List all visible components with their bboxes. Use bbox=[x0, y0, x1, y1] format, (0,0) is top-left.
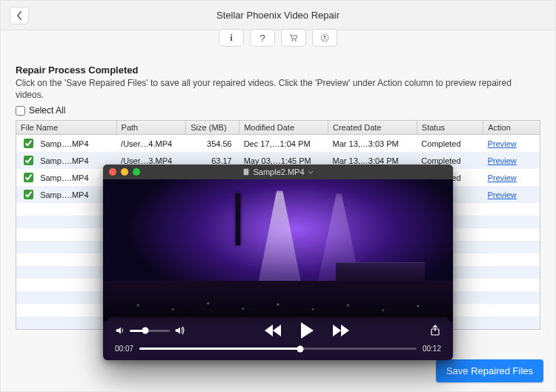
col-modified[interactable]: Modified Date bbox=[239, 121, 328, 135]
cell-path: /User…4.MP4 bbox=[116, 135, 186, 153]
select-all-checkbox[interactable] bbox=[16, 106, 25, 116]
col-status[interactable]: Status bbox=[417, 121, 483, 135]
volume-control[interactable] bbox=[115, 325, 185, 336]
forward-button[interactable] bbox=[331, 324, 349, 337]
row-checkbox[interactable] bbox=[24, 190, 33, 199]
row-checkbox[interactable] bbox=[24, 156, 33, 165]
select-all-label: Select All bbox=[29, 105, 65, 116]
svg-point-3 bbox=[323, 36, 325, 38]
table-row[interactable]: Samp….MP4/User…4.MP4354.56Dec 17,…1:04 P… bbox=[16, 135, 540, 153]
table-header-row: File Name Path Size (MB) Modified Date C… bbox=[16, 121, 540, 135]
cell-modified: Dec 17,…1:04 PM bbox=[239, 135, 328, 153]
info-button[interactable]: i bbox=[219, 29, 244, 47]
toolbar: i ? bbox=[219, 29, 337, 47]
cell-created: Mar 13,…3:03 PM bbox=[328, 135, 417, 153]
col-path[interactable]: Path bbox=[116, 121, 186, 135]
save-repaired-files-button[interactable]: Save Repaired Files bbox=[436, 359, 543, 382]
col-file[interactable]: File Name bbox=[16, 121, 116, 135]
cart-button[interactable] bbox=[281, 29, 306, 47]
preview-link[interactable]: Preview bbox=[488, 190, 517, 199]
volume-icon bbox=[115, 325, 125, 336]
player-titlebar[interactable]: Sample2.MP4 bbox=[103, 165, 453, 179]
titlebar: Stellar Phoenix Video Repair bbox=[1, 1, 555, 30]
cell-file: Samp….MP4 bbox=[36, 135, 116, 153]
svg-rect-4 bbox=[244, 169, 249, 175]
user-icon bbox=[320, 33, 330, 43]
rewind-button[interactable] bbox=[265, 324, 282, 337]
file-icon bbox=[242, 168, 250, 176]
chevron-down-icon bbox=[308, 170, 314, 174]
preview-player-window[interactable]: Sample2.MP4 bbox=[103, 165, 453, 360]
row-checkbox[interactable] bbox=[24, 173, 33, 182]
window-title: Stellar Phoenix Video Repair bbox=[216, 10, 340, 21]
player-controls: 00:07 00:12 bbox=[107, 317, 449, 356]
volume-max-icon bbox=[174, 325, 185, 336]
preview-link[interactable]: Preview bbox=[488, 156, 517, 165]
page-heading: Repair Process Completed bbox=[16, 64, 540, 76]
time-total: 00:12 bbox=[423, 345, 441, 353]
play-button[interactable] bbox=[299, 322, 315, 339]
row-checkbox[interactable] bbox=[24, 139, 33, 148]
col-action[interactable]: Action bbox=[483, 121, 540, 135]
cell-status: Completed bbox=[417, 135, 483, 153]
col-created[interactable]: Created Date bbox=[328, 121, 417, 135]
chevron-left-icon bbox=[16, 11, 23, 20]
svg-point-0 bbox=[292, 40, 294, 41]
user-button[interactable] bbox=[312, 29, 337, 47]
time-elapsed: 00:07 bbox=[115, 345, 133, 353]
cell-size: 354.56 bbox=[186, 135, 239, 153]
app-window: Stellar Phoenix Video Repair i ? Repair … bbox=[0, 0, 556, 392]
help-button[interactable]: ? bbox=[250, 29, 275, 47]
svg-point-1 bbox=[295, 40, 297, 41]
preview-link[interactable]: Preview bbox=[488, 173, 517, 182]
cart-icon bbox=[288, 33, 299, 43]
col-size[interactable]: Size (MB) bbox=[186, 121, 239, 135]
player-filename: Sample2.MP4 bbox=[103, 167, 453, 176]
video-canvas[interactable] bbox=[103, 179, 453, 322]
share-icon[interactable] bbox=[429, 325, 441, 336]
seek-slider[interactable] bbox=[139, 348, 417, 350]
volume-slider[interactable] bbox=[130, 330, 170, 332]
preview-link[interactable]: Preview bbox=[488, 139, 517, 148]
page-subtext: Click on the 'Save Repaired Files' to sa… bbox=[16, 77, 540, 101]
back-button[interactable] bbox=[10, 7, 29, 24]
